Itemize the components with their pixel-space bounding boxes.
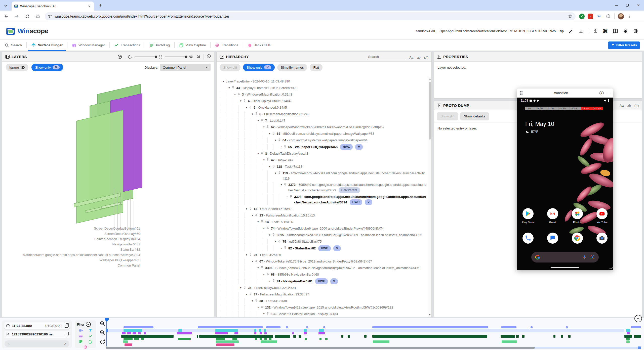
trace-segment[interactable]	[561, 335, 563, 338]
extension-enhancer-icon[interactable]: »	[588, 14, 593, 19]
app-chrome[interactable]	[569, 233, 586, 244]
trace-segment[interactable]	[626, 338, 630, 340]
expand-arrow-icon[interactable]: ▾	[227, 85, 231, 91]
app-camera[interactable]	[593, 233, 611, 244]
layer-label[interactable]: ScreenDecorOverlayBottom#61	[94, 227, 140, 230]
trace-segment[interactable]	[216, 338, 225, 340]
trace-segment[interactable]	[305, 338, 307, 340]
trace-segment[interactable]	[138, 332, 141, 334]
url-text[interactable]: winscope.teams.x20web.corp.google.com/pr…	[55, 14, 565, 18]
edit-icon[interactable]	[568, 28, 574, 34]
filter-presets-button[interactable]: Filter Presets	[608, 41, 640, 49]
pin-icon[interactable]	[289, 195, 293, 198]
tree-node[interactable]: ▾118 - Task=7#118	[219, 163, 428, 170]
app-gmail[interactable]: Gmail	[544, 208, 561, 224]
youtube-icon[interactable]	[596, 208, 608, 219]
site-settings-icon[interactable]	[48, 14, 52, 18]
app-messages[interactable]	[544, 233, 561, 244]
transition-window[interactable]: transition i	[517, 89, 613, 270]
trace-segment[interactable]	[144, 332, 146, 334]
shortcuts-icon[interactable]: ⌘	[602, 28, 608, 34]
prev-entry-button[interactable]: <	[8, 342, 10, 346]
tree-node[interactable]: ▾26 - Leaf:24:25#26	[219, 252, 428, 258]
info-icon[interactable]: i	[599, 91, 604, 95]
pin-icon[interactable]	[260, 151, 264, 155]
trace-segment[interactable]	[254, 332, 256, 334]
gmail-icon[interactable]	[547, 208, 558, 219]
drag-handle-icon[interactable]	[520, 91, 522, 95]
track-transitions[interactable]	[107, 343, 641, 346]
tree-node[interactable]: ▾67 - WindowToken{e5176f9 type=2019 andr…	[219, 258, 428, 265]
trace-segment[interactable]	[372, 335, 487, 338]
rotation-slider[interactable]	[135, 57, 156, 57]
pin-icon[interactable]	[278, 138, 281, 142]
trace-segment[interactable]	[264, 329, 266, 332]
trace-segment[interactable]	[341, 335, 343, 338]
trace-segment[interactable]	[232, 338, 237, 340]
zoom-range-handle[interactable]	[638, 346, 641, 349]
trace-segment[interactable]	[304, 332, 307, 334]
ignore-button[interactable]: Ignore	[6, 64, 28, 71]
pin-icon[interactable]	[272, 164, 275, 168]
chrome-icon[interactable]	[572, 233, 583, 244]
trace-segment[interactable]	[531, 326, 533, 328]
human-time-field[interactable]: 11:03:48.890 UTC+00:00	[5, 322, 69, 329]
tree-node[interactable]: ▾34 - HideDisplayCutout:32:35#34	[219, 285, 428, 291]
expand-arrow-icon[interactable]: ▾	[256, 265, 260, 271]
expand-arrow-icon[interactable]: ▾	[256, 305, 260, 310]
expand-arrow-icon[interactable]: ▾	[256, 118, 260, 123]
photos-icon[interactable]	[572, 208, 583, 219]
expand-arrow-icon[interactable]: ▾	[273, 239, 278, 244]
collapse-panel-icon[interactable]	[437, 104, 441, 107]
tab-surface-flinger[interactable]: Surface Flinger	[27, 40, 67, 51]
trace-segment[interactable]	[234, 332, 238, 334]
tab-transactions[interactable]: Transactions	[110, 40, 145, 51]
download-icon[interactable]	[578, 28, 584, 34]
tab-search[interactable]: Search	[0, 40, 26, 51]
timeline-cursor[interactable]	[106, 318, 107, 346]
tab-close-icon[interactable]: ×	[87, 4, 92, 8]
trace-segment[interactable]	[127, 332, 131, 334]
ns-time-field[interactable]: 1715339028890230166 ns	[5, 331, 69, 338]
trace-segment[interactable]	[260, 338, 262, 340]
trace-segment[interactable]	[264, 332, 266, 334]
extension-scissors-icon[interactable]: ✂	[596, 13, 602, 19]
trace-segment[interactable]	[566, 326, 568, 328]
pin-icon[interactable]	[284, 183, 287, 186]
expand-arrow-icon[interactable]: ▾	[273, 138, 278, 143]
trace-segment[interactable]	[215, 332, 228, 334]
expand-arrow-icon[interactable]: ▾	[267, 164, 272, 169]
pin-icon[interactable]	[272, 233, 275, 237]
trace-segment[interactable]	[319, 329, 324, 332]
simplify-names-button[interactable]: Simplify names	[277, 64, 307, 71]
trace-segment[interactable]	[568, 335, 570, 338]
google-search-bar[interactable]	[531, 252, 599, 262]
pin-icon[interactable]	[272, 132, 275, 135]
trace-segment[interactable]	[348, 335, 350, 338]
expand-arrow-icon[interactable]: ▾	[250, 111, 255, 117]
pin-icon[interactable]	[249, 207, 252, 210]
trace-segment[interactable]	[319, 338, 321, 340]
extensions-puzzle-icon[interactable]	[605, 13, 611, 19]
trace-segment[interactable]	[373, 340, 389, 343]
trace-segment[interactable]	[254, 329, 256, 332]
tab-protolog[interactable]: ProtoLog	[145, 40, 174, 51]
tree-node[interactable]: ▾43 - Display 0 name="Built-in Screen"#4…	[219, 85, 428, 91]
regex-icon[interactable]: (.*)	[424, 56, 428, 59]
tree-node[interactable]: ▾5 - OneHanded:0:14#5	[219, 104, 428, 111]
app-photos[interactable]: Photos	[569, 208, 586, 224]
hierarchy-search-input[interactable]	[368, 54, 406, 59]
tree-node[interactable]: ▾12 - OneHanded:15:15#12	[219, 206, 428, 212]
home-icon[interactable]	[34, 12, 42, 21]
rotation-icon[interactable]	[128, 55, 132, 59]
upload-icon[interactable]	[592, 28, 598, 34]
expand-arrow-icon[interactable]: ▾	[273, 170, 278, 176]
app-youtube[interactable]: YouTube	[593, 208, 611, 224]
tree-node[interactable]: ▾133 - e20e69f PointerLocation - display…	[219, 311, 428, 317]
expand-arrow-icon[interactable]: ▾	[262, 272, 266, 277]
trace-segment[interactable]	[264, 338, 266, 340]
screen-recording-icon[interactable]	[79, 328, 83, 333]
collapse-panel-icon[interactable]	[437, 55, 441, 59]
dark-mode-icon[interactable]	[632, 28, 638, 34]
extension-check-icon[interactable]: ✓	[579, 14, 585, 19]
